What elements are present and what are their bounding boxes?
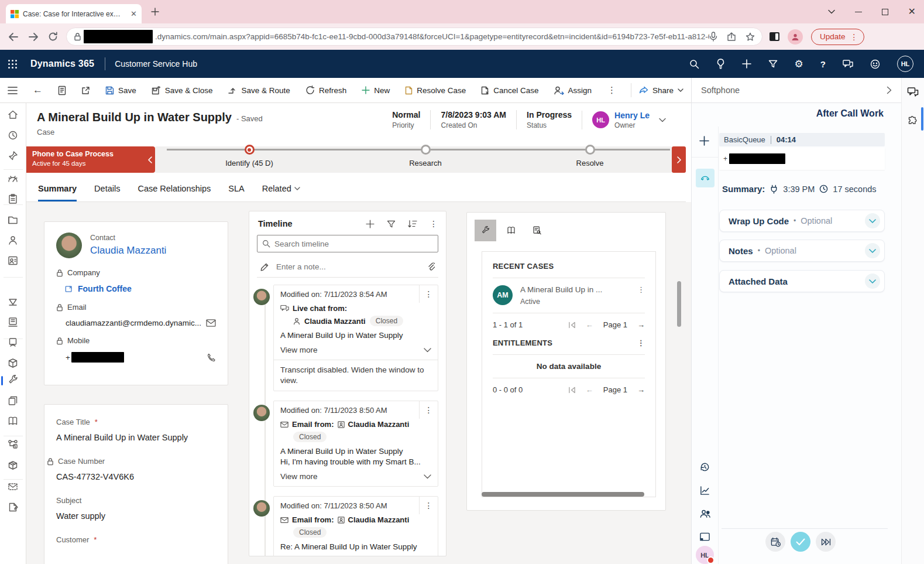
tab-details[interactable]: Details bbox=[94, 176, 120, 201]
prev-page-icon[interactable]: ← bbox=[586, 385, 593, 394]
news-copy-icon[interactable] bbox=[7, 395, 19, 406]
wrap-up-code-accordion[interactable]: Wrap Up Code • Optional bbox=[719, 210, 885, 232]
timeline-filter-icon[interactable] bbox=[387, 220, 396, 228]
tab-case-relationships[interactable]: Case Relationships bbox=[138, 176, 211, 201]
entitlements-more-icon[interactable]: ⋮ bbox=[637, 339, 645, 347]
case-title-value[interactable]: A Mineral Build Up in Water Supply bbox=[56, 433, 216, 442]
active-call-session-icon[interactable] bbox=[696, 169, 715, 187]
book-icon[interactable] bbox=[7, 415, 19, 427]
first-page-icon[interactable] bbox=[568, 322, 576, 329]
stage-resolve-dot[interactable] bbox=[585, 145, 595, 155]
process-next-chevron-icon[interactable] bbox=[672, 146, 686, 173]
timeline-more-icon[interactable]: ⋮ bbox=[430, 219, 438, 228]
send-email-icon[interactable] bbox=[206, 319, 216, 327]
email-value[interactable]: claudiamazzanti@crmdemo.dynamic... bbox=[66, 319, 216, 327]
timeline-search-box[interactable] bbox=[257, 235, 438, 252]
stage-resolve[interactable]: Resolve bbox=[543, 145, 637, 168]
maximize-icon[interactable] bbox=[882, 9, 888, 15]
cases-icon[interactable] bbox=[7, 214, 19, 225]
timeline-entry-live-chat[interactable]: Modified on: 7/11/2023 8:54 AM ⋮ Live ch… bbox=[273, 285, 438, 391]
products-icon[interactable] bbox=[7, 357, 19, 369]
call-phone-icon[interactable] bbox=[207, 353, 216, 362]
entry-more-icon[interactable]: ⋮ bbox=[419, 285, 438, 303]
reload-icon[interactable] bbox=[48, 32, 58, 42]
new-session-plus-icon[interactable] bbox=[699, 136, 709, 146]
process-flag[interactable]: Phone to Case Process Active for 45 days bbox=[26, 146, 145, 173]
tab-sla[interactable]: SLA bbox=[228, 176, 244, 201]
stage-identify[interactable]: Identify (45 D) bbox=[202, 145, 296, 168]
refresh-button[interactable]: Refresh bbox=[298, 78, 354, 102]
new-tab-icon[interactable] bbox=[151, 8, 159, 16]
waffle-icon[interactable] bbox=[8, 59, 18, 69]
cancel-case-button[interactable]: Cancel Case bbox=[473, 78, 546, 102]
flow-status-icon[interactable] bbox=[7, 439, 19, 450]
contact-name-link[interactable]: Claudia Mazzanti bbox=[90, 245, 166, 257]
insights-doc-icon[interactable] bbox=[7, 337, 19, 348]
pinned-icon[interactable] bbox=[7, 150, 19, 162]
forward-icon[interactable] bbox=[28, 32, 39, 42]
save-button[interactable]: Save bbox=[98, 78, 144, 102]
browser-sidebar-icon[interactable] bbox=[770, 32, 779, 41]
stage-identify-dot[interactable] bbox=[245, 145, 255, 155]
brand-title[interactable]: Dynamics 365 bbox=[30, 59, 94, 69]
settings-gear-icon[interactable]: ⚙ bbox=[795, 59, 803, 69]
user-avatar[interactable]: HL bbox=[897, 56, 913, 72]
owner-name-link[interactable]: Henry Le bbox=[614, 111, 650, 120]
recent-case-title[interactable]: A Mineral Build Up in ... bbox=[520, 285, 602, 294]
queues-icon[interactable] bbox=[7, 296, 19, 307]
url-bar[interactable]: .dynamics.com/main.aspx?appid=6685b74b-f… bbox=[66, 28, 762, 46]
entry-more-icon[interactable]: ⋮ bbox=[419, 401, 438, 419]
dashboards-icon[interactable] bbox=[7, 173, 19, 185]
notes-accordion[interactable]: Notes • Optional bbox=[719, 240, 885, 262]
edit-document-icon[interactable] bbox=[7, 501, 19, 513]
entry-from-name[interactable]: Claudia Mazzanti bbox=[304, 317, 366, 326]
note-input[interactable] bbox=[276, 262, 420, 271]
activities-clipboard-icon[interactable] bbox=[7, 193, 19, 205]
quick-create-plus-icon[interactable] bbox=[742, 59, 751, 69]
history-icon[interactable] bbox=[699, 462, 710, 473]
stage-research[interactable]: Research bbox=[379, 145, 472, 168]
rail-scrollbar[interactable] bbox=[921, 107, 923, 131]
tool-knowledge-search-tab[interactable] bbox=[526, 220, 548, 241]
timeline-entry-email-1[interactable]: Modified on: 7/11/2023 8:50 AM ⋮ Email f… bbox=[273, 401, 438, 487]
tool-wrench-tab[interactable] bbox=[475, 220, 496, 241]
first-page-icon[interactable] bbox=[568, 387, 576, 394]
search-icon[interactable] bbox=[689, 59, 699, 69]
mail-placeholder-icon[interactable] bbox=[7, 481, 19, 493]
next-page-icon[interactable]: → bbox=[637, 320, 645, 329]
tool-book-tab[interactable] bbox=[500, 220, 522, 241]
timeline-search-input[interactable] bbox=[274, 240, 433, 248]
browser-profile-avatar[interactable] bbox=[788, 29, 803, 45]
mobile-value[interactable]: + bbox=[66, 352, 216, 363]
tab-related[interactable]: Related bbox=[262, 176, 300, 201]
plugin-puzzle-icon[interactable] bbox=[907, 115, 918, 127]
accounts-icon[interactable] bbox=[7, 255, 19, 266]
timeline-entry-email-2[interactable]: Modified on: 7/11/2023 8:50 AM ⋮ Email f… bbox=[273, 496, 438, 556]
browser-tab[interactable]: Case: Case for Interactive experie ✕ bbox=[6, 4, 142, 23]
owner-field[interactable]: HL Henry Le Owner bbox=[582, 111, 655, 129]
skip-acw-button[interactable] bbox=[816, 532, 836, 552]
knowledge-articles-icon[interactable] bbox=[7, 316, 19, 328]
new-button[interactable]: New bbox=[354, 78, 397, 102]
package-icon[interactable] bbox=[7, 459, 19, 471]
expand-chevron-icon[interactable] bbox=[865, 243, 880, 258]
browser-update-button[interactable]: Update ⋮ bbox=[811, 29, 864, 45]
owner-avatar[interactable]: HL bbox=[592, 111, 609, 128]
share-page-icon[interactable] bbox=[727, 32, 736, 42]
vertical-scrollbar[interactable] bbox=[677, 281, 681, 327]
save-and-route-button[interactable]: Save & Route bbox=[221, 78, 298, 102]
notes-card-icon[interactable] bbox=[699, 532, 710, 542]
collapse-pane-chevron-icon[interactable] bbox=[887, 86, 892, 94]
contacts-icon[interactable] bbox=[7, 234, 19, 246]
minimize-icon[interactable] bbox=[855, 12, 862, 12]
recent-clock-icon[interactable] bbox=[7, 129, 19, 141]
entry-from-name[interactable]: Claudia Mazzanti bbox=[348, 515, 410, 524]
smiley-icon[interactable] bbox=[870, 59, 880, 69]
back-arrow-icon[interactable]: ← bbox=[25, 78, 50, 102]
teams-chat-icon[interactable] bbox=[907, 87, 919, 97]
next-page-icon[interactable]: → bbox=[637, 385, 645, 394]
back-icon[interactable] bbox=[8, 32, 19, 42]
view-more-row[interactable]: View more bbox=[280, 472, 431, 481]
hamburger-icon[interactable] bbox=[0, 78, 25, 102]
recent-case-item[interactable]: AM A Mineral Build Up in ... Active ⋮ bbox=[493, 285, 645, 306]
